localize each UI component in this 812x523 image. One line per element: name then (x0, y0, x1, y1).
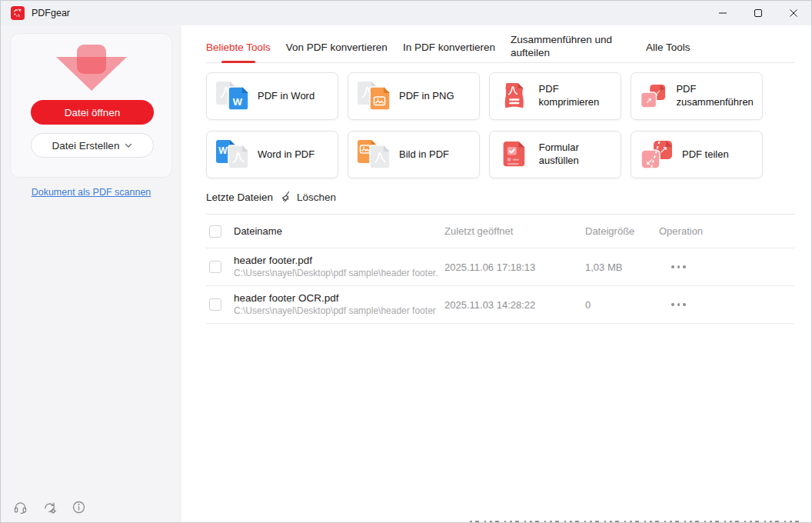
word-to-pdf-icon: W (215, 139, 249, 170)
column-header-zuletzt-geoeffnet: Zuletzt geöffnet (444, 225, 585, 237)
tool-tabs: Beliebte Tools Von PDF konvertieren In P… (206, 32, 794, 63)
tab-label: Beliebte Tools (206, 42, 271, 53)
sidebar-footer (12, 499, 87, 515)
pdf-to-png-icon (357, 81, 391, 112)
image-to-pdf-icon (357, 139, 391, 170)
recent-files-table: Dateiname Zuletzt geöffnet Dateigröße Op… (206, 214, 794, 324)
table-row[interactable]: header footer OCR.pdf C:\Users\nayel\Des… (206, 286, 794, 324)
column-header-dateiname: Dateiname (234, 225, 444, 237)
recent-files-title: Letzte Dateien (206, 192, 273, 203)
broom-icon (281, 191, 293, 203)
tool-label: PDF in PNG (399, 90, 458, 103)
tab-label: Alle Tools (646, 42, 691, 53)
maximize-icon[interactable] (740, 1, 776, 25)
svg-text:↗: ↗ (645, 95, 652, 105)
file-opened: 2025.11.03 14:28:22 (444, 299, 585, 311)
open-file-label: Datei öffnen (65, 107, 121, 118)
fill-form-icon (498, 139, 531, 170)
tool-label: PDF teilen (682, 148, 732, 162)
column-header-dateigroesse: Dateigröße (585, 225, 659, 237)
split-pdf-icon: ↗ ↙ (640, 139, 674, 170)
merge-pdf-icon: ↙ ↗ (640, 81, 667, 112)
support-headset-icon[interactable] (12, 499, 28, 515)
file-path: C:\Users\nayel\Desktop\pdf sample\header… (234, 268, 444, 279)
table-header-row: Dateiname Zuletzt geöffnet Dateigröße Op… (206, 214, 794, 248)
recent-files-bar: Letzte Dateien Löschen (206, 191, 336, 203)
open-file-button[interactable]: Datei öffnen (31, 100, 154, 125)
pdfgear-window: PDFgear Datei öffnen Datei Erstellen (0, 0, 812, 523)
file-opened: 2025.11.06 17:18:13 (444, 262, 585, 273)
tab-label: Von PDF konvertieren (286, 42, 388, 53)
tab-label: Zusammenführen und aufteilen (511, 34, 631, 60)
select-all-checkbox[interactable] (209, 225, 221, 238)
tool-compress-pdf[interactable]: PDF komprimieren (489, 72, 621, 120)
tool-fill-form[interactable]: Formular ausfüllen (489, 131, 621, 178)
check-update-icon[interactable] (42, 499, 58, 515)
create-file-label: Datei Erstellen (52, 140, 120, 152)
tool-label: Bild in PDF (399, 148, 452, 162)
pdf-to-word-icon: W (215, 81, 249, 112)
tool-label: PDF in Word (258, 90, 318, 103)
close-icon[interactable] (776, 1, 811, 25)
tab-beliebte-tools[interactable]: Beliebte Tools (206, 32, 271, 62)
tab-in-pdf-konvertieren[interactable]: In PDF konvertieren (403, 32, 495, 62)
tool-label: Word in PDF (258, 148, 318, 162)
row-checkbox[interactable] (209, 261, 221, 273)
titlebar: PDFgear (1, 1, 811, 25)
table-row[interactable]: header footer.pdf C:\Users\nayel\Desktop… (206, 248, 794, 286)
tool-label: PDF komprimieren (539, 83, 621, 109)
chevron-down-icon (125, 143, 132, 148)
clear-recent-button[interactable]: Löschen (281, 191, 336, 203)
tab-von-pdf-konvertieren[interactable]: Von PDF konvertieren (286, 32, 388, 62)
tool-label: PDF zusammenführen (676, 83, 762, 109)
file-name: header footer OCR.pdf (234, 292, 444, 305)
tab-zusammenfuehren-aufteilen[interactable]: Zusammenführen und aufteilen (511, 32, 631, 62)
file-size: 1,03 MB (585, 262, 659, 273)
compress-pdf-icon (498, 81, 531, 112)
download-arrow-icon (55, 45, 128, 92)
tool-pdf-to-png[interactable]: PDF in PNG (348, 72, 480, 120)
more-options-icon[interactable] (671, 303, 794, 306)
svg-text:W: W (233, 96, 243, 108)
main-panel: Beliebte Tools Von PDF konvertieren In P… (181, 25, 812, 523)
clear-recent-label: Löschen (297, 192, 336, 203)
tools-grid: W PDF in Word (206, 72, 763, 178)
more-options-icon[interactable] (671, 265, 794, 268)
minimize-icon[interactable] (705, 1, 740, 25)
tool-image-to-pdf[interactable]: Bild in PDF (348, 131, 480, 178)
svg-text:W: W (218, 145, 228, 156)
file-name: header footer.pdf (234, 255, 444, 267)
row-checkbox[interactable] (209, 298, 221, 311)
create-file-button[interactable]: Datei Erstellen (31, 133, 154, 158)
file-size: 0 (585, 299, 659, 311)
tool-word-to-pdf[interactable]: W Word in PDF (206, 131, 338, 178)
tool-merge-pdf[interactable]: ↙ ↗ PDF zusammenführen (631, 72, 763, 120)
column-header-operation: Operation (659, 225, 794, 237)
sidebar: Datei öffnen Datei Erstellen Dokument al… (1, 25, 181, 523)
tool-split-pdf[interactable]: ↗ ↙ PDF teilen (631, 131, 763, 178)
app-logo-icon (11, 6, 25, 20)
svg-text:↗: ↗ (660, 144, 668, 155)
scan-to-pdf-link[interactable]: Dokument als PDF scannen (1, 187, 181, 198)
tab-label: In PDF konvertieren (403, 42, 495, 53)
tool-pdf-to-word[interactable]: W PDF in Word (206, 72, 338, 120)
info-icon[interactable] (71, 499, 87, 515)
window-title: PDFgear (32, 8, 70, 18)
tab-alle-tools[interactable]: Alle Tools (646, 32, 691, 62)
window-controls (705, 1, 811, 25)
tool-label: Formular ausfüllen (539, 142, 621, 168)
file-path: C:\Users\nayel\Desktop\pdf sample\header… (234, 306, 444, 317)
open-file-card: Datei öffnen Datei Erstellen (10, 33, 172, 178)
